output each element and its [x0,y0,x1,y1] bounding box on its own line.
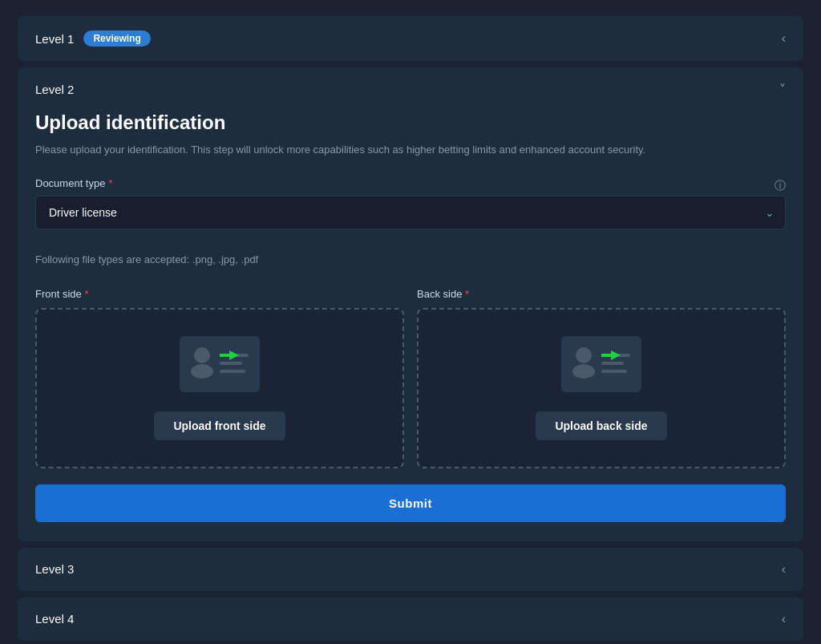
level3-header[interactable]: Level 3 ‹ [18,548,803,591]
svg-rect-7 [220,354,231,357]
front-side-upload-zone[interactable]: Upload front side [35,308,404,468]
front-side-label: Front side * [35,288,404,300]
svg-point-9 [576,347,592,363]
level4-chevron-icon: ‹ [782,612,786,626]
main-container: Level 1 Reviewing ‹ Level 2 ˅ Upload ide… [18,16,803,641]
level3-title: Level 3 [35,562,74,576]
front-side-required: * [84,288,88,300]
level1-chevron-icon: ‹ [782,31,786,46]
document-type-label-row: Document type * ⓘ [35,177,786,196]
back-side-upload-zone[interactable]: Upload back side [417,308,786,468]
document-type-select[interactable]: Driver license Passport National ID [35,196,786,229]
level4-accordion: Level 4 ‹ [18,597,803,641]
file-types-note: Following file types are accepted: .png,… [35,245,786,273]
level2-chevron-icon: ˅ [779,82,786,97]
back-id-card-icon [561,336,641,392]
level3-accordion: Level 3 ‹ [18,548,803,591]
front-side-wrapper: Front side * [35,288,404,468]
back-side-required: * [465,288,469,300]
level3-chevron-icon: ‹ [782,562,786,577]
submit-button[interactable]: Submit [35,484,786,522]
svg-rect-15 [601,354,613,357]
level1-title: Level 1 [35,32,74,46]
info-icon[interactable]: ⓘ [774,179,786,193]
page-title: Upload identification [35,111,786,134]
svg-rect-13 [601,370,627,373]
svg-rect-8 [561,336,641,392]
front-id-card-icon [180,336,260,392]
svg-point-1 [194,347,210,363]
upload-back-button[interactable]: Upload back side [536,411,666,440]
upload-front-button[interactable]: Upload front side [154,411,285,440]
reviewing-badge: Reviewing [83,30,150,47]
document-type-required: * [108,177,112,189]
svg-rect-0 [180,336,260,392]
svg-point-2 [191,364,213,379]
level4-header[interactable]: Level 4 ‹ [18,597,803,641]
svg-rect-12 [601,362,624,365]
svg-rect-5 [220,370,245,373]
level2-body: Upload identification Please upload your… [18,111,803,541]
svg-rect-4 [220,362,242,365]
level2-accordion: Level 2 ˅ Upload identification Please u… [18,67,803,541]
back-side-wrapper: Back side * [417,288,786,468]
document-type-label: Document type * [35,177,113,189]
level1-accordion: Level 1 Reviewing ‹ [18,16,803,61]
svg-point-10 [572,364,595,379]
level1-header-left: Level 1 Reviewing [35,30,151,47]
level2-header[interactable]: Level 2 ˅ [18,67,803,111]
level4-title: Level 4 [35,612,74,626]
level2-title: Level 2 [35,83,74,96]
level1-header[interactable]: Level 1 Reviewing ‹ [18,16,803,61]
section-description: Please upload your identification. This … [35,142,786,158]
document-type-select-wrapper: Driver license Passport National ID ⌄ [35,196,786,229]
document-type-label-text: Document type [35,177,105,189]
upload-row: Front side * [35,288,786,468]
back-side-label: Back side * [417,288,786,300]
